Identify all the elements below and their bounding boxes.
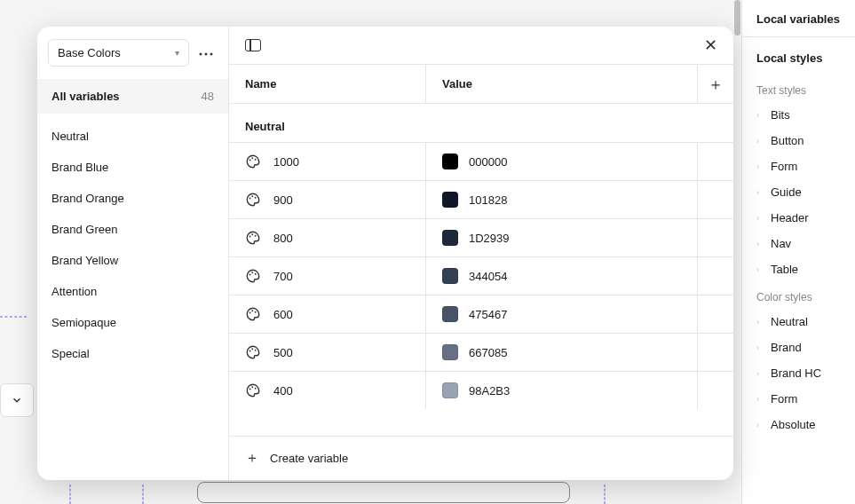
column-header-value: Value [426, 65, 698, 103]
style-label: Brand [771, 341, 802, 354]
collection-selector[interactable]: Base Colors ▾ [48, 39, 189, 67]
variable-row[interactable]: 40098A2B3 [229, 371, 733, 409]
variable-value-cell[interactable]: 667085 [426, 334, 698, 371]
variable-name-cell[interactable]: 500 [229, 334, 426, 371]
all-variables-row[interactable]: All variables 48 [37, 79, 228, 114]
chevron-right-icon: › [756, 240, 762, 248]
variable-row[interactable]: 900101828 [229, 180, 733, 218]
text-style-item[interactable]: ›Nav [742, 231, 855, 256]
color-style-item[interactable]: ›Form [742, 386, 855, 412]
variables-modal: Base Colors ▾ ⋯ All variables 48 Neutral… [37, 27, 733, 480]
variable-value-cell[interactable]: 1D2939 [426, 219, 698, 256]
style-label: Nav [771, 237, 791, 250]
variable-row[interactable]: 700344054 [229, 256, 733, 295]
variable-extra-cell [698, 257, 733, 295]
add-mode-button[interactable]: ＋ [708, 76, 724, 92]
close-button[interactable]: ✕ [704, 37, 717, 53]
text-style-item[interactable]: ›Bits [742, 102, 855, 128]
plus-icon: ＋ [245, 449, 259, 468]
text-style-item[interactable]: ›Header [742, 205, 855, 231]
variable-value-cell[interactable]: 98A2B3 [426, 372, 698, 409]
text-style-item[interactable]: ›Guide [742, 179, 855, 205]
create-variable-label: Create variable [270, 452, 348, 465]
color-type-icon [245, 192, 261, 208]
bg-guide [604, 484, 606, 504]
variable-group-item[interactable]: Attention [37, 276, 228, 307]
variable-name-cell[interactable]: 1000 [229, 143, 426, 180]
variable-name-cell[interactable]: 400 [229, 372, 426, 409]
color-styles-subheading: Color styles [742, 282, 855, 309]
variables-table-body: Neutral 10000000009001018288001D29397003… [229, 104, 733, 436]
create-variable-button[interactable]: ＋ Create variable [229, 436, 733, 480]
variable-name: 800 [273, 232, 293, 245]
variable-name-cell[interactable]: 800 [229, 219, 426, 256]
more-options-button[interactable]: ⋯ [196, 43, 218, 63]
chevron-right-icon: › [756, 395, 762, 404]
variable-group-item[interactable]: Special [37, 338, 228, 369]
local-styles-heading[interactable]: Local styles [742, 37, 855, 75]
color-swatch [442, 382, 458, 398]
variable-group-item[interactable]: Neutral [37, 121, 228, 152]
variable-name-cell[interactable]: 900 [229, 181, 426, 218]
style-label: Bits [771, 108, 790, 122]
color-type-icon [245, 344, 261, 360]
variable-value-cell[interactable]: 344054 [426, 257, 698, 295]
style-label: Form [771, 160, 797, 173]
chevron-right-icon: › [756, 421, 762, 429]
chevron-down-icon: ▾ [175, 48, 179, 58]
section-label: Neutral [229, 104, 733, 142]
variable-row[interactable]: 1000000000 [229, 142, 733, 180]
variable-name: 400 [273, 384, 293, 398]
variable-extra-cell [698, 219, 733, 256]
color-swatch [442, 306, 458, 322]
chevron-right-icon: › [756, 265, 762, 274]
variable-group-item[interactable]: Brand Orange [37, 183, 228, 214]
chevron-right-icon: › [756, 137, 762, 146]
text-styles-list: ›Bits›Button›Form›Guide›Header›Nav›Table [742, 102, 855, 282]
variable-name-cell[interactable]: 700 [229, 257, 426, 295]
variable-group-item[interactable]: Brand Blue [37, 152, 228, 183]
variable-value-cell[interactable]: 000000 [426, 143, 698, 180]
variable-count: 48 [202, 90, 214, 103]
variable-row[interactable]: 8001D2939 [229, 218, 733, 256]
color-style-item[interactable]: ›Absolute [742, 412, 855, 437]
variable-group-item[interactable]: Brand Green [37, 214, 228, 245]
variable-row[interactable]: 500667085 [229, 333, 733, 371]
variable-name-cell[interactable]: 600 [229, 295, 426, 333]
variable-value-cell[interactable]: 101828 [426, 181, 698, 218]
variable-row[interactable]: 600475467 [229, 295, 733, 333]
column-header-name: Name [229, 65, 426, 103]
variable-hex: 667085 [469, 346, 507, 359]
color-style-item[interactable]: ›Neutral [742, 309, 855, 335]
variable-extra-cell [698, 372, 733, 409]
text-style-item[interactable]: ›Button [742, 128, 855, 154]
panel-toggle-icon[interactable] [245, 39, 261, 51]
color-style-item[interactable]: ›Brand HC [742, 360, 855, 386]
variable-hex: 1D2939 [469, 232, 510, 245]
style-label: Neutral [771, 315, 808, 328]
variable-group-item[interactable]: Semiopaque [37, 307, 228, 338]
chevron-right-icon: › [756, 343, 762, 352]
style-label: Button [771, 134, 804, 147]
style-label: Form [771, 392, 797, 406]
color-swatch [442, 154, 458, 169]
variable-name: 900 [273, 193, 293, 207]
color-type-icon [245, 382, 261, 398]
canvas-scrollbar[interactable] [734, 0, 740, 35]
variable-hex: 101828 [469, 193, 507, 207]
color-type-icon [245, 154, 261, 169]
variable-group-item[interactable]: Brand Yellow [37, 245, 228, 276]
color-type-icon [245, 268, 261, 284]
variable-extra-cell [698, 181, 733, 218]
modal-sidebar: Base Colors ▾ ⋯ All variables 48 Neutral… [37, 27, 229, 480]
bg-box-hint [197, 482, 570, 503]
style-label: Header [771, 211, 809, 224]
local-variables-heading[interactable]: Local variables [742, 0, 855, 37]
variable-hex: 98A2B3 [469, 384, 510, 398]
text-style-item[interactable]: ›Form [742, 154, 855, 179]
chevron-right-icon: › [756, 162, 762, 171]
chevron-right-icon: › [756, 111, 762, 120]
variable-value-cell[interactable]: 475467 [426, 295, 698, 333]
color-style-item[interactable]: ›Brand [742, 335, 855, 360]
text-style-item[interactable]: ›Table [742, 256, 855, 282]
